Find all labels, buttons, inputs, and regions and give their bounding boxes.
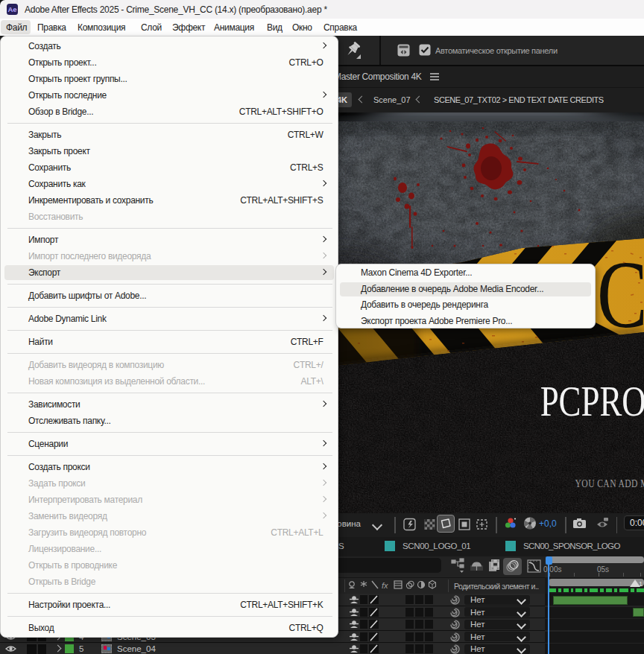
svg-text:fx: fx: [382, 581, 388, 590]
svg-text:PCPRO: PCPRO: [540, 378, 644, 425]
svg-text:YOU CAN ADD M: YOU CAN ADD M: [575, 477, 644, 489]
